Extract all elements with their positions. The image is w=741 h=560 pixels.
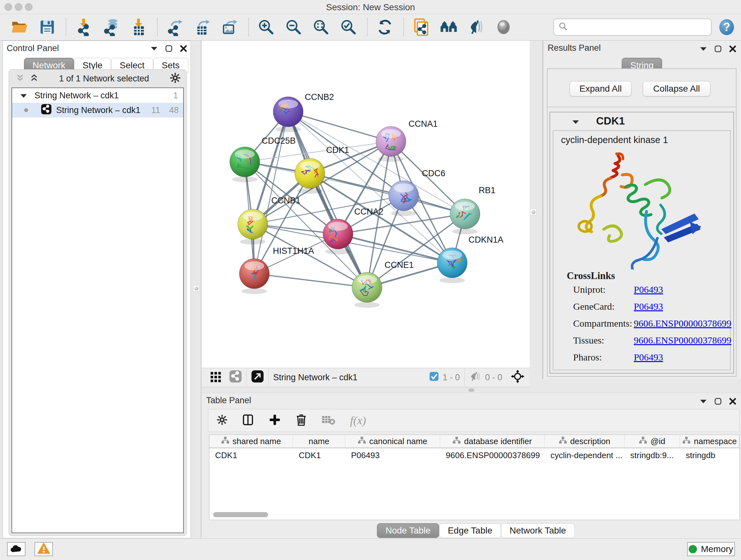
- expand-all-button[interactable]: Expand All: [569, 81, 631, 97]
- network-options-gear-icon[interactable]: [170, 72, 181, 84]
- crosslink-value-link[interactable]: 9606.ENSP00000378699: [634, 318, 731, 329]
- toolbar-divider: [248, 18, 249, 36]
- node-CCNA1[interactable]: [376, 126, 406, 162]
- float-panel-icon[interactable]: [165, 45, 173, 54]
- memory-button[interactable]: Memory: [687, 542, 735, 556]
- edge-HIST1H1A-CCNE1[interactable]: [254, 273, 367, 287]
- node-label-CCNA2: CCNA2: [354, 207, 384, 216]
- table-row[interactable]: CDK1CDK1P064939606.ENSP00000378699cyclin…: [209, 448, 739, 462]
- network-collection-row[interactable]: String Network – cdk1 1: [12, 88, 183, 103]
- zoom-in-icon[interactable]: [257, 17, 275, 37]
- zoom-fit-icon[interactable]: [312, 17, 330, 37]
- horizontal-scrollbar[interactable]: [213, 512, 268, 517]
- cell--id[interactable]: stringdb:9...: [624, 450, 680, 460]
- tab-node-table[interactable]: Node Table: [377, 523, 439, 538]
- import-network-file-icon[interactable]: [75, 17, 92, 37]
- column-header-shared-name[interactable]: shared name: [209, 435, 293, 448]
- refresh-view-icon[interactable]: [376, 17, 394, 37]
- left-splitter[interactable]: [201, 41, 201, 538]
- close-panel-icon[interactable]: [729, 45, 737, 54]
- collapse-panel-icon[interactable]: [150, 46, 158, 52]
- column-header-database-identifier[interactable]: database identifier: [440, 435, 545, 448]
- collapse-all-button[interactable]: Collapse All: [643, 81, 711, 97]
- selected-checkbox-icon[interactable]: [429, 372, 439, 383]
- column-header-name[interactable]: name: [293, 435, 345, 448]
- zoom-out-icon[interactable]: [285, 17, 302, 37]
- warnings-button[interactable]: [35, 542, 53, 556]
- string-home-icon[interactable]: [440, 17, 458, 37]
- table-header-row: shared namenamecanonical namedatabase id…: [209, 435, 739, 448]
- collection-expander-icon[interactable]: [20, 91, 27, 101]
- table-options-gear-icon[interactable]: [217, 415, 227, 427]
- crosslink-value-link[interactable]: P06493: [634, 284, 663, 295]
- network-row[interactable]: String Network – cdk1 11 48: [12, 103, 183, 118]
- save-session-icon[interactable]: [38, 17, 56, 37]
- cell-database-identifier[interactable]: 9606.ENSP00000378699: [440, 450, 545, 460]
- hidden-count: 0 - 0: [485, 373, 502, 382]
- node-RB1[interactable]: [450, 199, 480, 234]
- right-splitter-handle[interactable]: [530, 209, 536, 215]
- cell-name[interactable]: CDK1: [293, 450, 345, 460]
- create-column-icon[interactable]: [268, 414, 281, 428]
- search-input[interactable]: [568, 22, 702, 32]
- node-CCNE1[interactable]: [352, 272, 382, 308]
- show-columns-icon[interactable]: [242, 414, 254, 428]
- grid-view-icon[interactable]: [209, 370, 222, 385]
- network-node-count: 11: [151, 105, 160, 115]
- collapse-all-networks-icon[interactable]: [16, 74, 24, 83]
- network-view-title: String Network – cdk1: [273, 373, 357, 382]
- crosslink-value-link[interactable]: P06493: [634, 301, 663, 312]
- hidden-eye-icon[interactable]: [469, 371, 481, 384]
- zoom-selected-icon[interactable]: [340, 17, 357, 37]
- export-table-icon[interactable]: [193, 17, 211, 37]
- node-CCNB2[interactable]: [273, 97, 303, 132]
- cloud-button[interactable]: [7, 542, 25, 556]
- close-panel-icon[interactable]: [729, 397, 737, 407]
- export-network-icon[interactable]: [166, 17, 184, 37]
- node-CCNB1[interactable]: [238, 209, 268, 245]
- collapse-panel-icon[interactable]: [699, 399, 707, 405]
- network-thumbnail-icon[interactable]: [229, 370, 242, 385]
- network-canvas[interactable]: CCNB2 CCNA1 CDC25B CDK1 CDC6: [202, 41, 530, 368]
- column-header-canonical-name[interactable]: canonical name: [345, 435, 440, 448]
- cell-canonical-name[interactable]: P06493: [345, 450, 440, 460]
- hide-graphics-details-icon[interactable]: [467, 17, 485, 37]
- crosslink-value-link[interactable]: 9606.ENSP00000378699: [634, 335, 731, 346]
- edge-CCNB2-CCNA1[interactable]: [288, 112, 391, 141]
- crosslink-value-link[interactable]: P06493: [634, 352, 663, 363]
- tab-edge-table[interactable]: Edge Table: [439, 523, 501, 538]
- expand-all-networks-icon[interactable]: [30, 74, 38, 83]
- edge-CDK1-RB1[interactable]: [310, 173, 465, 214]
- birds-eye-view-icon[interactable]: [511, 369, 525, 386]
- cell-description[interactable]: cyclin-dependent ...: [545, 450, 624, 460]
- cell-shared-name[interactable]: CDK1: [209, 450, 293, 460]
- bottom-splitter-handle[interactable]: [468, 388, 474, 392]
- cell-namespace[interactable]: stringdb: [680, 450, 739, 460]
- tab-network-table[interactable]: Network Table: [501, 523, 575, 538]
- collection-name: String Network – cdk1: [35, 91, 119, 101]
- detach-view-icon[interactable]: [251, 370, 264, 385]
- node-CDKN1A[interactable]: [437, 248, 467, 283]
- close-panel-icon[interactable]: [180, 45, 187, 54]
- left-splitter-handle[interactable]: [193, 285, 199, 292]
- column-header-namespace[interactable]: namespace: [680, 435, 739, 448]
- collapse-panel-icon[interactable]: [699, 46, 707, 53]
- import-network-database-icon[interactable]: [102, 17, 120, 37]
- open-session-icon[interactable]: [11, 17, 29, 37]
- column-header-description[interactable]: description: [545, 435, 624, 448]
- import-table-icon[interactable]: [130, 17, 147, 37]
- float-panel-icon[interactable]: [714, 45, 722, 54]
- node-CDC25B[interactable]: [230, 147, 260, 182]
- export-image-icon[interactable]: [221, 17, 239, 37]
- main-toolbar: ?: [0, 14, 741, 41]
- gene-expander-icon[interactable]: [572, 119, 580, 126]
- node-HIST1H1A[interactable]: [239, 259, 269, 294]
- float-panel-icon[interactable]: [714, 397, 722, 407]
- column-header--id[interactable]: @id: [624, 435, 680, 448]
- show-graphics-preview-icon[interactable]: [495, 17, 513, 37]
- clone-network-icon[interactable]: [412, 17, 430, 37]
- help-button[interactable]: ?: [719, 19, 734, 35]
- delete-column-icon[interactable]: [295, 413, 307, 428]
- node-CDK1[interactable]: [295, 159, 325, 194]
- search-box[interactable]: [553, 18, 712, 36]
